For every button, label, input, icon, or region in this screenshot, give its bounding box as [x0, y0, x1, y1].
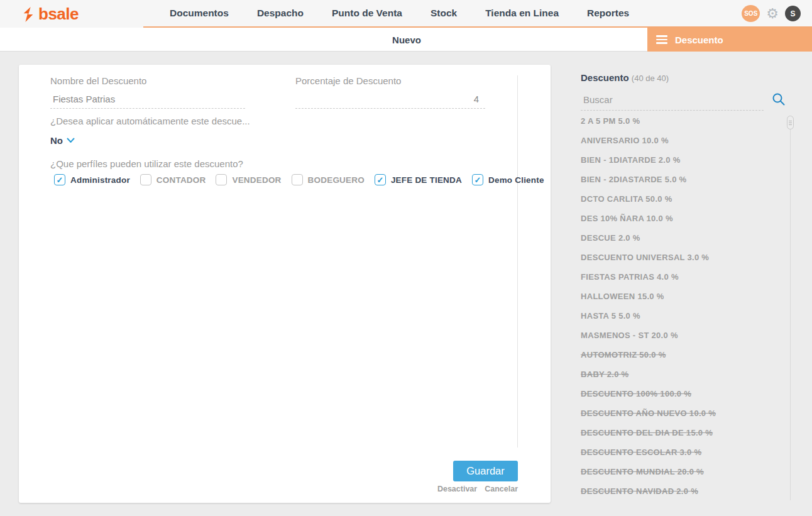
discount-list-item[interactable]: DESCUENTO AÑO NUEVO 10.0 %	[581, 403, 782, 423]
discount-list-item-label: DESCUENTO AÑO NUEVO 10.0 %	[581, 409, 716, 418]
discount-list-item[interactable]: DES 10% ÑARA 10.0 %	[581, 209, 782, 228]
sidebar-scrollbar-thumb[interactable]	[787, 116, 794, 129]
discount-list-item-label: DESCUENTO ESCOLAR 3.0 %	[581, 447, 701, 457]
discount-list-item-label: 2 A 5 PM 5.0 %	[581, 116, 640, 126]
discount-list-item-label: DESCUENTO UNIVERSAL 3.0 %	[581, 253, 709, 262]
discount-list-item-label: BIEN - 1DIATARDE 2.0 %	[581, 155, 681, 165]
auto-apply-select[interactable]: No	[50, 135, 75, 146]
discount-list-item[interactable]: DESCUENTO UNIVERSAL 3.0 %	[581, 248, 782, 267]
panel-header-descuento[interactable]: Descuento	[647, 28, 812, 52]
percent-field-input[interactable]: 4	[295, 92, 485, 109]
discount-list-item[interactable]: DESCUENTO 100% 100.0 %	[581, 384, 782, 403]
discount-form-card: Nombre del Descuento Fiestas Patrias Por…	[19, 65, 551, 503]
nav-item-punto-de-venta[interactable]: Punto de Venta	[332, 8, 402, 19]
name-field-label: Nombre del Descuento	[50, 75, 146, 86]
nav-item-reportes[interactable]: Reportes	[587, 8, 629, 19]
sidebar-scrollbar-track[interactable]	[790, 116, 791, 500]
discount-list-item-label: DESCUE 2.0 %	[581, 233, 640, 243]
discount-list-item[interactable]: ANIVERSARIO 10.0 %	[581, 131, 782, 150]
discount-list-item-label: AUTOMOTRIZ 50.0 %	[581, 350, 666, 360]
chevron-down-icon	[67, 138, 75, 143]
discount-list-item[interactable]: BIEN - 1DIATARDE 2.0 %	[581, 150, 782, 170]
discount-list-item[interactable]: DESCUENTO MUNDIAL 20.0 %	[581, 462, 782, 481]
profile-checkbox-item[interactable]: JEFE DE TIENDA	[375, 174, 462, 185]
profile-label: CONTADOR	[156, 175, 206, 185]
search-input[interactable]	[581, 92, 764, 110]
discount-list-item-label: DESCUENTO 100% 100.0 %	[581, 389, 691, 398]
bsale-logo[interactable]: bsale	[21, 4, 79, 24]
sidebar-title-text: Descuento	[581, 72, 629, 83]
discount-list-item[interactable]: BABY 2.0 %	[581, 365, 782, 384]
discount-list-item-label: BIEN - 2DIASTARDE 5.0 %	[581, 175, 686, 184]
search-icon[interactable]	[772, 92, 786, 106]
profile-checkbox-item[interactable]: BODEGUERO	[292, 174, 365, 185]
profile-checkbox-item[interactable]: VENDEDOR	[216, 174, 281, 185]
percent-field-label: Porcentaje de Descuento	[295, 75, 401, 86]
profile-label: Administrador	[70, 175, 130, 185]
discount-list-item[interactable]: MASMENOS - ST 20.0 %	[581, 326, 782, 345]
cancel-link[interactable]: Cancelar	[485, 485, 518, 493]
card-divider	[517, 75, 518, 447]
discount-list-item[interactable]: HALLOWEEN 15.0 %	[581, 287, 782, 306]
checkbox-icon[interactable]	[292, 174, 303, 185]
profiles-checkbox-group: Administrador CONTADOR VENDEDOR BODEGUER…	[54, 174, 544, 185]
discount-list-item[interactable]: BIEN - 2DIASTARDE 5.0 %	[581, 170, 782, 189]
checkbox-icon[interactable]	[54, 174, 65, 185]
name-field-input[interactable]: Fiestas Patrias	[50, 92, 245, 109]
profile-label: VENDEDOR	[232, 175, 281, 185]
top-right-icons: SOS ⚙ S	[742, 5, 801, 22]
discount-list-item-label: HALLOWEEN 15.0 %	[581, 292, 664, 301]
bsale-logo-text: bsale	[38, 4, 79, 24]
sos-badge[interactable]: SOS	[742, 5, 760, 22]
secondary-actions: DesactivarCancelar	[19, 485, 518, 493]
discount-list-item[interactable]: DESCUENTO ESCOLAR 3.0 %	[581, 442, 782, 462]
profile-label: JEFE DE TIENDA	[391, 175, 462, 185]
profile-checkbox-item[interactable]: Demo Cliente	[472, 174, 544, 185]
discount-list-item-label: BABY 2.0 %	[581, 370, 628, 379]
checkbox-icon[interactable]	[375, 174, 386, 185]
discount-list-item-label: DES 10% ÑARA 10.0 %	[581, 214, 673, 223]
sidebar-count: (40 de 40)	[632, 74, 669, 83]
discount-list-item[interactable]: 2 A 5 PM 5.0 %	[581, 111, 782, 131]
tab-bar: Nuevo	[0, 28, 647, 52]
checkbox-icon[interactable]	[140, 174, 151, 185]
discount-list-item[interactable]: DCTO CARLITA 50.0 %	[581, 189, 782, 209]
main-nav: Documentos Despacho Punto de Venta Stock…	[170, 0, 629, 26]
tab-nuevo[interactable]: Nuevo	[392, 28, 421, 52]
deactivate-link[interactable]: Desactivar	[437, 485, 477, 493]
discount-list-item[interactable]: HASTA 5 5.0 %	[581, 306, 782, 326]
checkbox-icon[interactable]	[216, 174, 227, 185]
nav-item-tienda-en-linea[interactable]: Tienda en Linea	[485, 8, 559, 19]
discount-list-item[interactable]: DESCUE 2.0 %	[581, 228, 782, 248]
nav-item-documentos[interactable]: Documentos	[170, 8, 229, 19]
save-button[interactable]: Guardar	[453, 461, 518, 481]
search-field	[581, 92, 764, 111]
nav-item-despacho[interactable]: Despacho	[257, 8, 304, 19]
auto-apply-value: No	[50, 135, 63, 146]
profile-label: BODEGUERO	[308, 175, 365, 185]
gear-icon[interactable]: ⚙	[766, 7, 779, 21]
discount-list-item-label: FIESTAS PATRIAS 4.0 %	[581, 272, 679, 282]
profile-label: Demo Cliente	[488, 175, 544, 185]
auto-apply-label: ¿Desea aplicar automáticamente este desc…	[50, 116, 250, 126]
discount-list-item[interactable]: DESCUENTO DEL DIA DE 15.0 %	[581, 423, 782, 442]
user-avatar[interactable]: S	[785, 6, 801, 21]
profile-checkbox-item[interactable]: Administrador	[54, 174, 130, 185]
profile-checkbox-item[interactable]: CONTADOR	[140, 174, 206, 185]
discount-list-item-label: DESCUENTO MUNDIAL 20.0 %	[581, 467, 704, 476]
discount-list-item[interactable]: DESCUENTO NAVIDAD 2.0 %	[581, 481, 782, 501]
discount-list-item[interactable]: FIESTAS PATRIAS 4.0 %	[581, 267, 782, 287]
checkbox-icon[interactable]	[472, 174, 483, 185]
discount-list-item-label: ANIVERSARIO 10.0 %	[581, 136, 669, 145]
discount-list: 2 A 5 PM 5.0 % ANIVERSARIO 10.0 % BIEN -…	[581, 111, 782, 501]
sidebar-title: Descuento (40 de 40)	[581, 72, 669, 83]
discount-list-item-label: DESCUENTO DEL DIA DE 15.0 %	[581, 428, 713, 437]
profiles-question-label: ¿Que perfíles pueden utilizar este descu…	[50, 158, 243, 169]
bsale-logo-icon	[21, 6, 35, 23]
discount-list-item-label: DESCUENTO NAVIDAD 2.0 %	[581, 486, 698, 496]
discount-list-item[interactable]: AUTOMOTRIZ 50.0 %	[581, 345, 782, 365]
menu-icon[interactable]	[656, 35, 667, 44]
panel-title: Descuento	[675, 35, 723, 45]
nav-item-stock[interactable]: Stock	[431, 8, 457, 19]
discount-list-item-label: DCTO CARLITA 50.0 %	[581, 194, 672, 204]
